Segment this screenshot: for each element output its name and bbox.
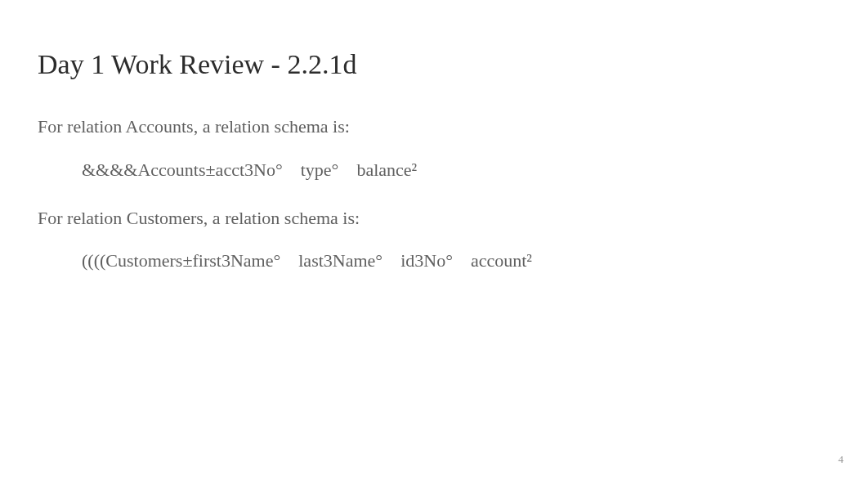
slide-title: Day 1 Work Review - 2.2.1d	[38, 49, 830, 80]
intro-accounts: For relation Accounts, a relation schema…	[38, 114, 830, 140]
slide-content: Day 1 Work Review - 2.2.1d For relation …	[0, 0, 868, 274]
intro-customers: For relation Customers, a relation schem…	[38, 206, 830, 231]
page-number: 4	[839, 453, 844, 466]
slide-body: For relation Accounts, a relation schema…	[38, 114, 830, 274]
schema-accounts: &&&&Accounts±acct3No° type° balance²	[38, 158, 830, 183]
schema-customers: ((((Customers±first3Name° last3Name° id3…	[38, 249, 830, 274]
